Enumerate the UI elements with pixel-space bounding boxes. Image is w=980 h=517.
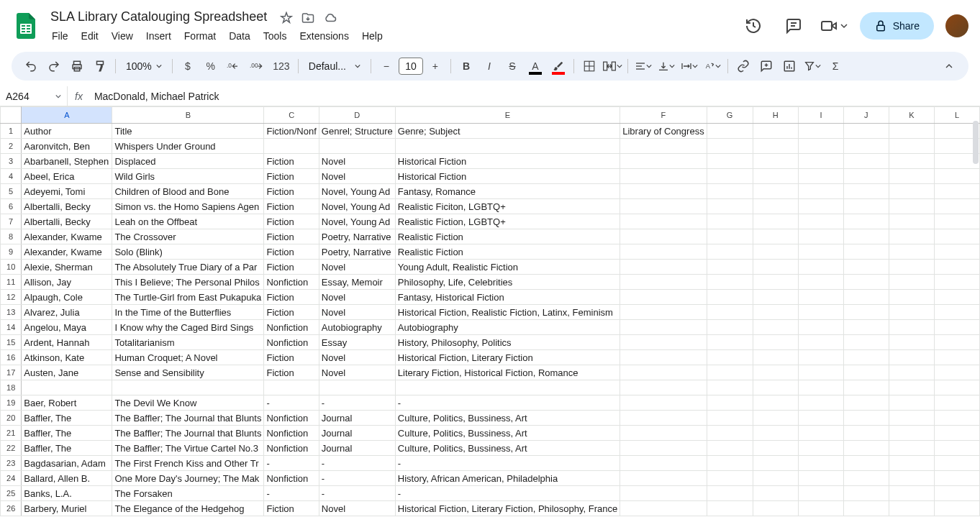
- move-icon[interactable]: [301, 12, 314, 24]
- history-icon[interactable]: [739, 12, 768, 40]
- cell[interactable]: [707, 411, 753, 426]
- cell[interactable]: [620, 260, 707, 275]
- cell[interactable]: Albertalli, Becky: [22, 214, 112, 229]
- cell[interactable]: [843, 260, 889, 275]
- cell[interactable]: -: [264, 395, 319, 411]
- cell[interactable]: Library of Congress: [620, 124, 707, 139]
- cell[interactable]: [799, 380, 844, 395]
- cell[interactable]: [753, 260, 799, 275]
- cell[interactable]: Alexander, Kwame: [22, 229, 112, 244]
- cell[interactable]: [799, 456, 844, 471]
- font-size-input[interactable]: 10: [399, 58, 423, 75]
- cell[interactable]: The First French Kiss and Other Tr: [112, 456, 264, 471]
- cell[interactable]: [799, 305, 844, 320]
- format-123-button[interactable]: 123: [269, 55, 294, 77]
- undo-button[interactable]: [20, 55, 42, 77]
- cell[interactable]: [620, 275, 707, 290]
- cell[interactable]: [707, 305, 753, 320]
- row-header[interactable]: 22: [1, 441, 22, 456]
- cell[interactable]: Austen, Jane: [22, 365, 112, 380]
- wrap-button[interactable]: [679, 55, 700, 77]
- cell[interactable]: Realistic Ficiton, LGBTQ+: [395, 199, 620, 214]
- cell[interactable]: Autobiography: [319, 320, 395, 335]
- cell[interactable]: [889, 169, 934, 184]
- cell[interactable]: Culture, Politics, Bussiness, Art: [395, 411, 620, 426]
- cell[interactable]: Fiction: [264, 184, 319, 199]
- cell[interactable]: Fiction: [264, 214, 319, 229]
- cell[interactable]: [889, 229, 934, 244]
- cell[interactable]: Barbery, Muriel: [22, 501, 112, 516]
- row-header[interactable]: 20: [1, 411, 22, 426]
- cell[interactable]: One More Day's Journey; The Mak: [112, 471, 264, 486]
- cell[interactable]: [889, 124, 934, 139]
- cell[interactable]: Essay, Memoir: [319, 275, 395, 290]
- cell[interactable]: [843, 290, 889, 305]
- cell[interactable]: [935, 320, 980, 335]
- row-header[interactable]: 18: [1, 380, 22, 395]
- cell[interactable]: [889, 184, 934, 199]
- column-header-E[interactable]: E: [395, 107, 620, 124]
- cell[interactable]: [620, 184, 707, 199]
- cell[interactable]: [753, 124, 799, 139]
- menu-file[interactable]: File: [46, 27, 74, 45]
- cell[interactable]: [707, 320, 753, 335]
- cell[interactable]: [620, 380, 707, 395]
- cell[interactable]: The Baffler; The Journal that Blunts: [112, 411, 264, 426]
- cell[interactable]: [620, 395, 707, 411]
- cell[interactable]: [799, 350, 844, 365]
- row-header[interactable]: 4: [1, 169, 22, 184]
- column-header-H[interactable]: H: [753, 107, 799, 124]
- row-header[interactable]: 10: [1, 260, 22, 275]
- valign-button[interactable]: [655, 55, 677, 77]
- cell[interactable]: Historical Fiction, Realistic Fiction, L…: [395, 305, 620, 320]
- cell[interactable]: [935, 501, 980, 516]
- cell[interactable]: [707, 290, 753, 305]
- cell[interactable]: Alexander, Kwame: [22, 244, 112, 260]
- cell[interactable]: [935, 411, 980, 426]
- cell[interactable]: [889, 199, 934, 214]
- cell[interactable]: Novel: [319, 154, 395, 169]
- cell[interactable]: [843, 244, 889, 260]
- row-header[interactable]: 17: [1, 365, 22, 380]
- text-color-button[interactable]: A: [525, 55, 546, 77]
- cell[interactable]: [264, 139, 319, 154]
- cell[interactable]: [843, 350, 889, 365]
- cell[interactable]: Fantasy, Historical Fiction: [395, 290, 620, 305]
- column-header-F[interactable]: F: [620, 107, 707, 124]
- cell[interactable]: Fiction: [264, 244, 319, 260]
- column-header-I[interactable]: I: [799, 107, 844, 124]
- cell[interactable]: [264, 380, 319, 395]
- cell[interactable]: [620, 290, 707, 305]
- cell[interactable]: [753, 244, 799, 260]
- cell[interactable]: [707, 139, 753, 154]
- cell[interactable]: [620, 244, 707, 260]
- cell[interactable]: [753, 154, 799, 169]
- increase-decimal-button[interactable]: .00: [246, 55, 268, 77]
- cell[interactable]: [889, 501, 934, 516]
- cell[interactable]: [753, 320, 799, 335]
- cell[interactable]: [22, 380, 112, 395]
- cell[interactable]: [799, 501, 844, 516]
- cell[interactable]: [707, 229, 753, 244]
- cell[interactable]: [707, 395, 753, 411]
- cell[interactable]: -: [395, 486, 620, 501]
- cell[interactable]: [753, 456, 799, 471]
- cell[interactable]: Historical Fiction, Literary Fiction, Ph…: [395, 501, 620, 516]
- cell[interactable]: [799, 214, 844, 229]
- cell[interactable]: [620, 486, 707, 501]
- cell[interactable]: [319, 139, 395, 154]
- cell[interactable]: [753, 290, 799, 305]
- cell[interactable]: [889, 290, 934, 305]
- cell[interactable]: [753, 426, 799, 441]
- filter-button[interactable]: [802, 55, 823, 77]
- cell[interactable]: [753, 275, 799, 290]
- cell[interactable]: [319, 380, 395, 395]
- cell[interactable]: [935, 199, 980, 214]
- cell[interactable]: I Know why the Caged Bird Sings: [112, 320, 264, 335]
- insert-comment-button[interactable]: [756, 55, 777, 77]
- cell[interactable]: [843, 320, 889, 335]
- cell[interactable]: [843, 456, 889, 471]
- cell[interactable]: [707, 124, 753, 139]
- cell[interactable]: [799, 139, 844, 154]
- cell[interactable]: [620, 320, 707, 335]
